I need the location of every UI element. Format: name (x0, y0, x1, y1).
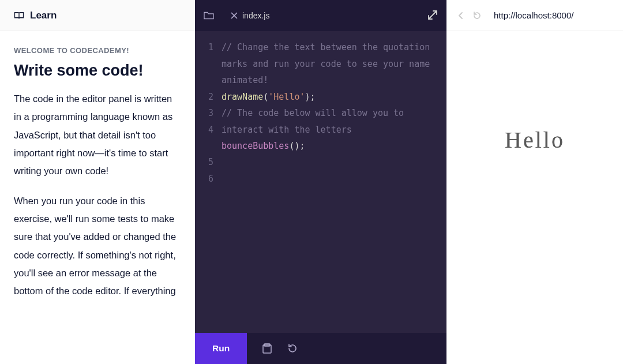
lesson-header: Learn (0, 0, 195, 31)
code-line: // Change the text between the quotation… (222, 39, 438, 89)
file-tab[interactable]: index.js (225, 7, 275, 24)
back-icon[interactable] (453, 8, 468, 23)
line-number: 2 (195, 89, 213, 106)
code-line: // The code below will allow you to inte… (222, 105, 438, 138)
lesson-title: Write some code! (14, 62, 181, 80)
expand-icon[interactable] (427, 9, 438, 21)
url-bar[interactable]: http://localhost:8000/ (494, 10, 573, 20)
line-number: 6 (195, 171, 213, 187)
code-editor[interactable]: 1 2 3 4 5 6 // Change the text between t… (195, 31, 446, 333)
folder-icon[interactable] (203, 11, 215, 20)
file-tab-label: index.js (242, 11, 269, 20)
editor-tab-bar: index.js (195, 0, 446, 31)
lesson-paragraph: When you run your code in this exercise,… (14, 192, 181, 301)
refresh-icon[interactable] (470, 8, 485, 23)
line-number: 3 (195, 105, 213, 122)
run-button[interactable]: Run (195, 333, 247, 364)
code-body[interactable]: // Change the text between the quotation… (222, 39, 446, 333)
browser-viewport: Hello (446, 31, 623, 364)
lesson-eyebrow: WELCOME TO CODECADEMY! (14, 46, 181, 55)
line-gutter: 1 2 3 4 5 6 (195, 39, 222, 333)
code-line: drawName('Hello'); (222, 89, 438, 106)
browser-preview-panel: http://localhost:8000/ Hello (446, 0, 623, 364)
line-number: 1 (195, 39, 213, 56)
lesson-paragraph: The code in the editor panel is written … (14, 90, 181, 181)
learn-label: Learn (30, 10, 57, 21)
output-text[interactable]: Hello (505, 126, 565, 153)
line-number: 5 (195, 154, 213, 171)
reset-icon[interactable] (287, 343, 298, 354)
line-number: 4 (195, 122, 213, 138)
close-icon[interactable] (231, 12, 238, 19)
book-icon (14, 12, 24, 20)
lesson-content: WELCOME TO CODECADEMY! Write some code! … (0, 31, 195, 327)
browser-toolbar: http://localhost:8000/ (446, 0, 623, 31)
code-line: bounceBubbles(); (222, 138, 438, 155)
lesson-panel: Learn WELCOME TO CODECADEMY! Write some … (0, 0, 195, 364)
copy-icon[interactable] (262, 343, 272, 354)
code-editor-panel: index.js 1 2 3 4 5 6 // Change the text … (195, 0, 446, 364)
editor-action-bar: Run (195, 333, 446, 364)
